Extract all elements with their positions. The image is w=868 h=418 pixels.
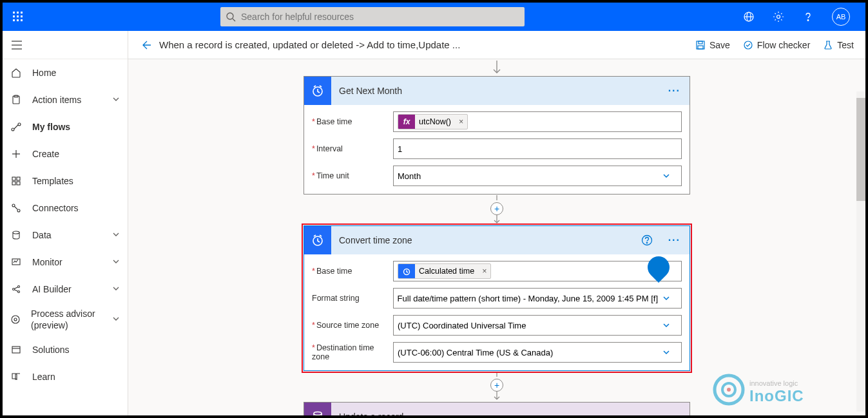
add-step-button[interactable]: + xyxy=(490,202,503,215)
command-bar: When a record is created, updated or del… xyxy=(128,31,865,59)
dest-tz-select[interactable]: (UTC-06:00) Central Time (US & Canada) xyxy=(393,342,682,363)
card-get-next-month: Get Next Month ··· *Base time fx utcNow(… xyxy=(304,76,690,195)
card-header[interactable]: Convert time zone ··· xyxy=(304,226,690,254)
sidebar-item-label: Monitor xyxy=(32,257,63,267)
chevron-down-icon xyxy=(662,294,673,303)
search-input[interactable] xyxy=(241,7,525,26)
search-icon xyxy=(220,12,241,22)
back-button[interactable] xyxy=(140,39,151,51)
drop-indicator xyxy=(643,252,674,283)
hamburger-icon[interactable] xyxy=(3,31,128,59)
breadcrumb: When a record is created, updated or del… xyxy=(159,39,460,50)
svg-point-34 xyxy=(18,286,20,288)
help-icon[interactable] xyxy=(641,234,653,246)
chevron-down-icon xyxy=(112,230,120,240)
app-launcher-icon[interactable] xyxy=(3,12,34,22)
learn-icon xyxy=(10,372,22,382)
interval-field[interactable] xyxy=(393,138,682,159)
help-icon[interactable] xyxy=(802,11,814,23)
base-time-field[interactable]: Calculated time × xyxy=(393,261,682,281)
svg-text:InoGIC: InoGIC xyxy=(749,387,804,404)
more-icon[interactable]: ··· xyxy=(666,232,683,249)
clock-icon xyxy=(398,264,415,278)
card-header[interactable]: Get Next Month ··· xyxy=(304,77,690,105)
svg-point-55 xyxy=(715,375,743,404)
sidebar-item-label: Solutions xyxy=(32,345,70,355)
source-tz-select[interactable]: (UTC) Coordinated Universal Time xyxy=(393,315,682,336)
svg-rect-6 xyxy=(13,19,15,21)
environment-icon[interactable] xyxy=(743,11,755,23)
base-time-field[interactable]: fx utcNow() × xyxy=(393,111,682,132)
dynamic-token[interactable]: Calculated time × xyxy=(398,263,491,279)
sidebar-item-label: My flows xyxy=(32,122,70,132)
sidebar-item-solutions[interactable]: Solutions xyxy=(3,336,128,363)
svg-rect-5 xyxy=(21,15,23,17)
sidebar-item-process-advisor[interactable]: Process advisor (preview) xyxy=(3,303,128,336)
sidebar-item-label: Data xyxy=(32,230,52,240)
gear-icon[interactable] xyxy=(773,11,784,23)
svg-rect-27 xyxy=(12,182,15,185)
card-header[interactable]: Update a record ··· xyxy=(304,403,690,415)
avatar[interactable]: AB xyxy=(832,8,850,26)
clock-icon xyxy=(304,77,331,105)
field-label: *Destination time zone xyxy=(312,343,393,361)
database-icon xyxy=(304,403,331,415)
solutions-icon xyxy=(10,345,22,355)
svg-point-9 xyxy=(227,13,233,19)
sidebar-item-ai-builder[interactable]: AI Builder xyxy=(3,276,128,303)
sidebar-item-label: Connectors xyxy=(32,203,79,213)
chevron-down-icon xyxy=(662,171,673,180)
data-icon xyxy=(10,230,22,240)
sidebar-item-label: Create xyxy=(32,149,59,159)
svg-rect-3 xyxy=(13,15,15,17)
flow-checker-button[interactable]: Flow checker xyxy=(743,40,810,50)
remove-token-icon[interactable]: × xyxy=(455,117,467,126)
clock-icon xyxy=(304,226,331,254)
sidebar-item-label: Templates xyxy=(32,176,73,186)
svg-point-31 xyxy=(13,231,19,234)
sidebar-item-learn[interactable]: Learn xyxy=(3,363,128,390)
test-button[interactable]: Test xyxy=(823,40,854,50)
svg-point-54 xyxy=(314,412,322,415)
sidebar-item-label: Process advisor (preview) xyxy=(31,308,102,331)
save-icon xyxy=(695,40,706,50)
svg-rect-0 xyxy=(13,12,15,14)
monitor-icon xyxy=(10,257,22,267)
sidebar-item-my-flows[interactable]: My flows xyxy=(3,113,128,140)
sidebar-item-connectors[interactable]: Connectors xyxy=(3,195,128,222)
svg-point-36 xyxy=(12,316,19,323)
sidebar-item-home[interactable]: Home xyxy=(3,59,128,86)
svg-point-30 xyxy=(17,209,20,212)
sidebar-item-label: Action items xyxy=(32,95,81,105)
more-icon[interactable]: ··· xyxy=(666,408,683,415)
remove-token-icon[interactable]: × xyxy=(478,267,490,276)
chevron-down-icon xyxy=(662,321,673,330)
sidebar-item-action-items[interactable]: Action items xyxy=(3,86,128,113)
chevron-down-icon xyxy=(662,348,673,357)
svg-line-10 xyxy=(233,19,235,21)
format-string-select[interactable]: Full date/time pattern (short time) - Mo… xyxy=(393,288,682,309)
process-icon xyxy=(10,314,21,325)
sidebar-item-monitor[interactable]: Monitor xyxy=(3,249,128,276)
interval-input[interactable] xyxy=(398,139,677,158)
add-step-button[interactable]: + xyxy=(490,379,503,392)
svg-point-50 xyxy=(646,242,647,243)
more-icon[interactable]: ··· xyxy=(666,82,683,99)
fx-icon: fx xyxy=(398,115,415,129)
templates-icon xyxy=(10,176,22,186)
arrow-down-icon xyxy=(490,390,503,402)
card-title: Convert time zone xyxy=(339,235,412,245)
sidebar-item-data[interactable]: Data xyxy=(3,222,128,249)
field-label: *Base time xyxy=(312,117,393,126)
sidebar-item-label: Home xyxy=(32,68,56,78)
svg-point-56 xyxy=(722,383,735,396)
search-box[interactable] xyxy=(220,7,525,26)
sidebar-item-templates[interactable]: Templates xyxy=(3,167,128,195)
svg-point-35 xyxy=(18,291,20,293)
save-button[interactable]: Save xyxy=(695,40,730,50)
scrollbar-thumb[interactable] xyxy=(856,98,865,201)
card-title: Update a record xyxy=(339,412,403,415)
sidebar-item-create[interactable]: Create xyxy=(3,140,128,167)
time-unit-select[interactable]: Month xyxy=(393,166,682,186)
expression-token[interactable]: fx utcNow() × xyxy=(398,114,468,129)
